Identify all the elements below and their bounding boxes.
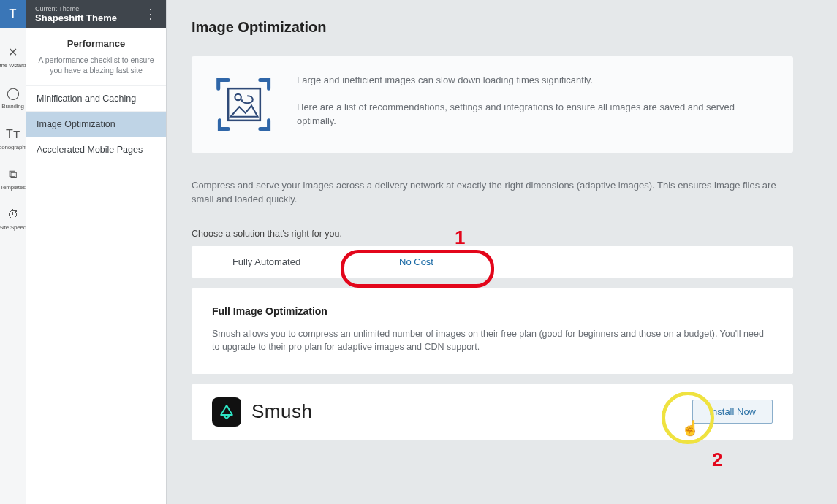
svg-rect-0 [228,88,260,121]
details-heading: Full Image Optimization [212,305,773,317]
rail-item[interactable]: ✕the Wizard [0,45,28,69]
brand-initial: T [10,7,17,20]
rail-item-label: Templates [0,184,26,191]
tab-fully-automated[interactable]: Fully Automated [192,246,341,278]
tab-no-cost[interactable]: No Cost [341,246,491,278]
info-p1: Large and inefficient images can slow do… [297,74,771,88]
theme-name: Shapeshift Theme [35,12,117,23]
rail-item[interactable]: Tᴛiconography [0,127,28,150]
svg-point-1 [235,94,241,100]
sidebar-section-title: Performance [26,28,166,55]
rail-item[interactable]: ◯Branding [0,86,28,110]
sidebar-section-sub: A performance checklist to ensure you ha… [26,55,166,85]
sidebar-item[interactable]: Accelerated Mobile Pages [26,137,166,162]
product-name: Smush [251,400,312,423]
solution-details: Full Image Optimization Smush allows you… [192,288,793,374]
rail-item-label: Site Speed [0,224,26,231]
rail-item-label: Branding [1,103,23,110]
rail-item-label: the Wizard [0,62,26,69]
rail-item-icon: ⧉ [9,168,17,181]
rail-item-icon: Tᴛ [6,127,20,141]
rail-item[interactable]: ⏱Site Speed [0,208,28,231]
choose-label: Choose a solution that's right for you. [192,229,793,239]
install-now-button[interactable]: Install Now [692,400,773,424]
solution-tabs: Fully AutomatedNo Cost [192,246,793,278]
brand-logo[interactable]: T [0,0,26,28]
rail-item[interactable]: ⧉Templates [0,168,28,191]
install-row: Smush Install Now [192,384,793,440]
icon-rail: T ✕the Wizard◯BrandingTᴛiconography⧉Temp… [0,0,26,504]
info-text: Large and inefficient images can slow do… [297,74,771,129]
sidebar-item[interactable]: Image Optimization [26,111,166,137]
theme-menu-icon[interactable]: ⋮ [144,6,157,22]
rail-item-icon: ◯ [7,86,20,100]
theme-pretitle: Current Theme [35,5,117,12]
rail-item-label: iconography [0,144,28,150]
details-body: Smush allows you to compress an unlimite… [212,327,773,354]
sidebar: Current Theme Shapeshift Theme ⋮ Perform… [26,0,167,504]
rail-item-icon: ⏱ [7,208,19,221]
main-content: Image Optimization Large and inefficient… [167,0,837,504]
lead-paragraph: Compress and serve your images across a … [192,179,793,207]
info-card: Large and inefficient images can slow do… [192,56,793,153]
rail-item-icon: ✕ [8,45,18,59]
product-brand: Smush [212,397,312,427]
sidebar-item[interactable]: Minification and Caching [26,85,166,111]
info-p2: Here are a list of recommendations, sett… [297,101,771,129]
page-title: Image Optimization [192,19,793,36]
image-scan-icon [213,74,275,135]
theme-banner: Current Theme Shapeshift Theme ⋮ [26,0,166,28]
smush-logo-icon [212,397,241,427]
